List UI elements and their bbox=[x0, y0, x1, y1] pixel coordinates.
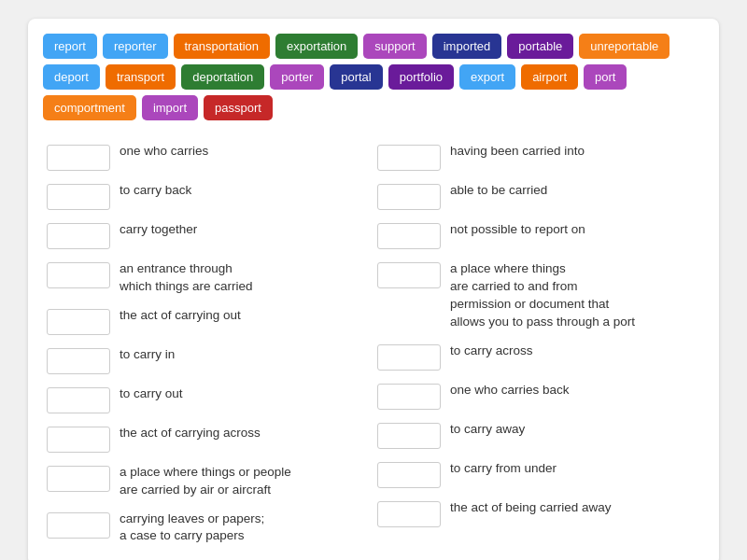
left-match-row: the act of carrying out bbox=[43, 301, 374, 341]
clue-text: to carry back bbox=[120, 182, 191, 200]
right-match-row: to carry across bbox=[374, 337, 704, 376]
word-btn-deport[interactable]: deport bbox=[43, 64, 100, 90]
answer-input-left-2[interactable] bbox=[47, 223, 110, 249]
answer-input-right-5[interactable] bbox=[377, 384, 441, 410]
clue-text: not possible to report on bbox=[450, 221, 585, 239]
clue-text: carry together bbox=[120, 221, 197, 239]
clue-text: a place where things are carried to and … bbox=[450, 260, 635, 331]
word-btn-export[interactable]: export bbox=[459, 64, 515, 90]
word-btn-portfolio[interactable]: portfolio bbox=[388, 64, 454, 90]
word-btn-comportment[interactable]: comportment bbox=[43, 95, 136, 120]
left-match-row: an entrance through which things are car… bbox=[43, 255, 374, 301]
clue-text: having been carried into bbox=[450, 143, 585, 161]
answer-input-right-8[interactable] bbox=[377, 501, 441, 527]
word-bank: reportreportertransportationexportations… bbox=[43, 34, 704, 120]
word-btn-exportation[interactable]: exportation bbox=[275, 34, 358, 59]
word-btn-reporter[interactable]: reporter bbox=[103, 34, 168, 59]
clue-text: one who carries bbox=[120, 143, 208, 161]
left-column: one who carriesto carry backcarry togeth… bbox=[43, 137, 374, 551]
word-btn-imported[interactable]: imported bbox=[432, 34, 502, 59]
right-match-row: a place where things are carried to and … bbox=[374, 255, 704, 337]
left-match-row: carry together bbox=[43, 216, 374, 255]
match-area: one who carriesto carry backcarry togeth… bbox=[43, 137, 704, 551]
clue-text: to carry across bbox=[450, 343, 533, 360]
answer-input-right-4[interactable] bbox=[377, 344, 441, 371]
right-match-row: to carry away bbox=[374, 415, 704, 455]
clue-text: to carry from under bbox=[450, 460, 557, 478]
clue-text: one who carries back bbox=[450, 382, 570, 399]
answer-input-left-7[interactable] bbox=[47, 427, 110, 453]
answer-input-left-9[interactable] bbox=[47, 512, 110, 539]
clue-text: the act of being carried away bbox=[450, 499, 612, 517]
answer-input-left-3[interactable] bbox=[47, 262, 110, 288]
left-match-row: to carry in bbox=[43, 341, 374, 380]
right-column: having been carried intoable to be carri… bbox=[374, 137, 704, 551]
clue-text: to carry in bbox=[120, 346, 175, 364]
left-match-row: to carry out bbox=[43, 380, 374, 419]
word-btn-port[interactable]: port bbox=[584, 64, 627, 90]
answer-input-right-3[interactable] bbox=[377, 262, 441, 288]
answer-input-left-8[interactable] bbox=[47, 466, 110, 492]
clue-text: an entrance through which things are car… bbox=[120, 260, 253, 296]
answer-input-right-6[interactable] bbox=[377, 423, 441, 449]
answer-input-right-2[interactable] bbox=[377, 223, 441, 249]
answer-input-left-1[interactable] bbox=[47, 184, 110, 210]
clue-text: the act of carrying across bbox=[120, 425, 261, 442]
right-match-row: to carry from under bbox=[374, 455, 704, 494]
main-container: reportreportertransportationexportations… bbox=[28, 19, 719, 560]
word-btn-passport[interactable]: passport bbox=[204, 95, 273, 120]
left-match-row: carrying leaves or papers; a case to car… bbox=[43, 505, 374, 552]
left-match-row: to carry back bbox=[43, 176, 374, 216]
word-btn-portable[interactable]: portable bbox=[507, 34, 573, 59]
clue-text: to carry away bbox=[450, 421, 525, 439]
word-btn-unreportable[interactable]: unreportable bbox=[579, 34, 669, 59]
word-btn-porter[interactable]: porter bbox=[270, 64, 324, 90]
right-match-row: able to be carried bbox=[374, 176, 704, 216]
clue-text: to carry out bbox=[120, 385, 183, 403]
answer-input-left-0[interactable] bbox=[47, 145, 110, 171]
word-btn-deportation[interactable]: deportation bbox=[181, 64, 264, 90]
clue-text: a place where things or people are carri… bbox=[120, 464, 291, 499]
right-match-row: one who carries back bbox=[374, 376, 704, 415]
clue-text: able to be carried bbox=[450, 182, 547, 200]
word-btn-support[interactable]: support bbox=[363, 34, 426, 59]
clue-text: the act of carrying out bbox=[120, 307, 241, 325]
word-btn-import[interactable]: import bbox=[142, 95, 198, 120]
left-match-row: one who carries bbox=[43, 137, 374, 176]
answer-input-left-6[interactable] bbox=[47, 387, 110, 413]
answer-input-left-5[interactable] bbox=[47, 348, 110, 374]
right-match-row: having been carried into bbox=[374, 137, 704, 176]
clue-text: carrying leaves or papers; a case to car… bbox=[120, 511, 264, 546]
word-btn-report[interactable]: report bbox=[43, 34, 97, 59]
right-match-row: the act of being carried away bbox=[374, 494, 704, 533]
answer-input-right-0[interactable] bbox=[377, 145, 441, 171]
answer-input-right-7[interactable] bbox=[377, 462, 441, 488]
answer-input-left-4[interactable] bbox=[47, 309, 110, 335]
word-btn-airport[interactable]: airport bbox=[521, 64, 578, 90]
answer-input-right-1[interactable] bbox=[377, 184, 441, 210]
word-btn-transportation[interactable]: transportation bbox=[174, 34, 271, 59]
left-match-row: the act of carrying across bbox=[43, 419, 374, 458]
word-btn-portal[interactable]: portal bbox=[330, 64, 383, 90]
right-match-row: not possible to report on bbox=[374, 216, 704, 255]
left-match-row: a place where things or people are carri… bbox=[43, 458, 374, 505]
word-btn-transport[interactable]: transport bbox=[106, 64, 176, 90]
